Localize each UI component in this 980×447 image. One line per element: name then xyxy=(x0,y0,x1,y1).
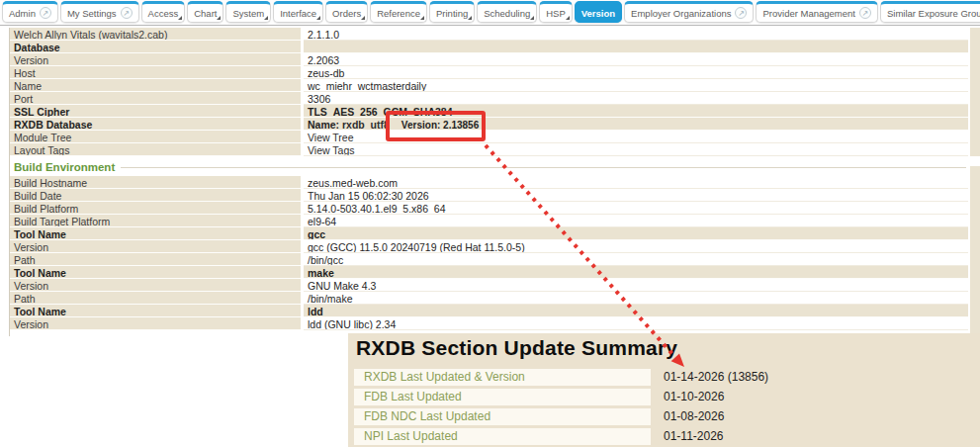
table-row-tool-name: Tool Namegcc xyxy=(10,227,968,240)
table-row-build-target-platform: Build Target Platformel9-64 xyxy=(10,215,968,227)
value-link[interactable]: rxdb_utf8 xyxy=(342,119,390,131)
row-label: RXDB Database xyxy=(10,118,301,131)
row-value: View Tree xyxy=(304,131,968,143)
row-label: Build Hostname xyxy=(10,176,301,189)
tab-employer-organizations[interactable]: Employer Organizations xyxy=(624,1,754,23)
row-value: 2.2063 xyxy=(304,53,968,66)
tab-printing[interactable]: Printing xyxy=(429,1,475,23)
summary-row-value: 01-14-2026 (13856) xyxy=(651,369,768,386)
row-value: gcc (GCC) 11.5.0 20240719 (Red Hat 11.5.… xyxy=(304,240,968,253)
row-label: Name xyxy=(10,79,301,92)
dropdown-caret-icon xyxy=(420,16,424,20)
table-row-version: VersionGNU Make 4.3 xyxy=(10,279,968,292)
row-label: Path xyxy=(10,253,301,266)
summary-row-label: FDB Last Updated xyxy=(354,389,651,405)
table-row-name: Namewc_miehr_wctmasterdaily xyxy=(10,79,968,92)
tab-provider-management[interactable]: Provider Management xyxy=(756,1,877,23)
row-value: make xyxy=(304,266,968,279)
panel-edge-gap xyxy=(970,156,980,166)
tab-my-settings[interactable]: My Settings xyxy=(60,1,139,23)
open-in-new-window-icon[interactable] xyxy=(121,7,133,19)
tab-admin[interactable]: Admin xyxy=(2,1,58,23)
table-row-welch-allyn-vitals-wavitals2-cab: Welch Allyn Vitals (wavitals2.cab)2.1.1.… xyxy=(10,28,968,41)
row-label: Build Date xyxy=(10,189,301,202)
summary-row-label: NPI Last Updated xyxy=(354,428,651,445)
table-row-database: Database xyxy=(10,41,968,53)
value-link[interactable]: View Tree xyxy=(308,132,354,143)
row-value: gcc xyxy=(304,227,968,240)
row-value: /bin/make xyxy=(304,292,968,305)
row-label: Host xyxy=(10,66,301,79)
row-label: SSL Cipher xyxy=(10,105,301,118)
row-label: Welch Allyn Vitals (wavitals2.cab) xyxy=(10,28,301,41)
row-label: Build Platform xyxy=(10,202,301,215)
dropdown-caret-icon xyxy=(264,16,268,20)
version-page: { "tabs": [ {"label": "Admin", "icon": t… xyxy=(0,0,980,447)
table-row-build-platform: Build Platform5.14.0-503.40.1.el9_5.x86_… xyxy=(10,202,968,215)
table-row-path: Path/bin/make xyxy=(10,292,968,305)
row-value: Name: rxdb_utf8Version: 2.13856 xyxy=(304,118,968,131)
tab-orders[interactable]: Orders xyxy=(325,1,368,23)
summary-row-value: 01-08-2026 xyxy=(651,408,724,425)
tab-chart[interactable]: Chart xyxy=(187,1,223,23)
summary-row-fdb-last-updated: FDB Last Updated01-10-2026 xyxy=(354,389,972,405)
overlay-title: RXDB Section Update Summary xyxy=(356,336,980,360)
row-label: Path xyxy=(10,292,301,305)
tab-reference[interactable]: Reference xyxy=(370,1,427,23)
dropdown-caret-icon xyxy=(178,16,182,20)
tab-system[interactable]: System xyxy=(225,1,271,23)
row-label: Database xyxy=(10,41,301,53)
dropdown-caret-icon xyxy=(530,16,534,20)
row-label: Tool Name xyxy=(10,305,301,317)
tab-version[interactable]: Version xyxy=(575,1,622,23)
open-in-new-window-icon[interactable] xyxy=(859,7,871,19)
dropdown-caret-icon xyxy=(217,16,221,20)
row-label: Tool Name xyxy=(10,227,301,240)
table-row-build-hostname: Build Hostnamezeus.med-web.com xyxy=(10,176,968,189)
row-value: 5.14.0-503.40.1.el9_5.x86_64 xyxy=(304,202,968,215)
table-row-tool-name: Tool Nameldd xyxy=(10,305,968,317)
row-value: GNU Make 4.3 xyxy=(304,279,968,292)
row-label: Build Target Platform xyxy=(10,215,301,227)
row-value xyxy=(304,41,968,53)
table-row-version: Versionldd (GNU libc) 2.34 xyxy=(10,317,968,330)
rxdb-summary-overlay: RXDB Section Update Summary RXDB Last Up… xyxy=(343,333,980,447)
tab-access[interactable]: Access xyxy=(141,1,186,23)
table-row-port: Port3306 xyxy=(10,92,968,105)
row-value: ldd xyxy=(304,305,968,317)
dropdown-caret-icon xyxy=(316,16,320,20)
row-value: zeus.med-web.com xyxy=(304,176,968,189)
open-in-new-window-icon[interactable] xyxy=(735,7,747,19)
summary-row-value: 01-11-2026 xyxy=(651,428,724,445)
table-row-layout-tags: Layout TagsView Tags xyxy=(10,143,968,156)
value-link[interactable]: View Tags xyxy=(308,144,354,156)
tab-scheduling[interactable]: Scheduling xyxy=(477,1,537,23)
table-row-version: Version2.2063 xyxy=(10,53,968,66)
tab-hsp[interactable]: HSP xyxy=(539,1,573,23)
tab-similar-exposure-groups-segs[interactable]: Similar Exposure Groups (SEGs) xyxy=(880,1,980,23)
table-row-host: Hostzeus-db xyxy=(10,66,968,79)
row-label: Version xyxy=(10,240,301,253)
row-value: 2.1.1.0 xyxy=(304,28,968,41)
version-table: Welch Allyn Vitals (wavitals2.cab)2.1.1.… xyxy=(9,28,968,336)
table-row-tool-name: Tool Namemake xyxy=(10,266,968,279)
row-value: zeus-db xyxy=(304,66,968,79)
row-value: 3306 xyxy=(304,92,968,105)
tab-interface[interactable]: Interface xyxy=(273,1,323,23)
row-label: Tool Name xyxy=(10,266,301,279)
row-label: Port xyxy=(10,92,301,105)
table-row-module-tree: Module TreeView Tree xyxy=(10,131,968,143)
table-row-build-date: Build DateThu Jan 15 06:02:30 2026 xyxy=(10,189,968,202)
table-row-ssl-cipher: SSL CipherTLS_AES_256_GCM_SHA384 xyxy=(10,105,968,118)
summary-row-label: FDB NDC Last Updated xyxy=(354,408,651,425)
row-value: TLS_AES_256_GCM_SHA384 xyxy=(304,105,968,118)
row-value: el9-64 xyxy=(304,215,968,227)
tab-bar: AdminMy SettingsAccessChartSystemInterfa… xyxy=(0,0,980,26)
open-in-new-window-icon[interactable] xyxy=(40,7,51,19)
panel-edge xyxy=(970,28,980,336)
dropdown-caret-icon xyxy=(566,16,570,20)
summary-row-rxdb-last-updated-version: RXDB Last Updated & Version01-14-2026 (1… xyxy=(354,369,972,386)
row-label: Version xyxy=(10,53,301,66)
row-value: ldd (GNU libc) 2.34 xyxy=(304,317,968,330)
row-label: Layout Tags xyxy=(10,143,301,156)
